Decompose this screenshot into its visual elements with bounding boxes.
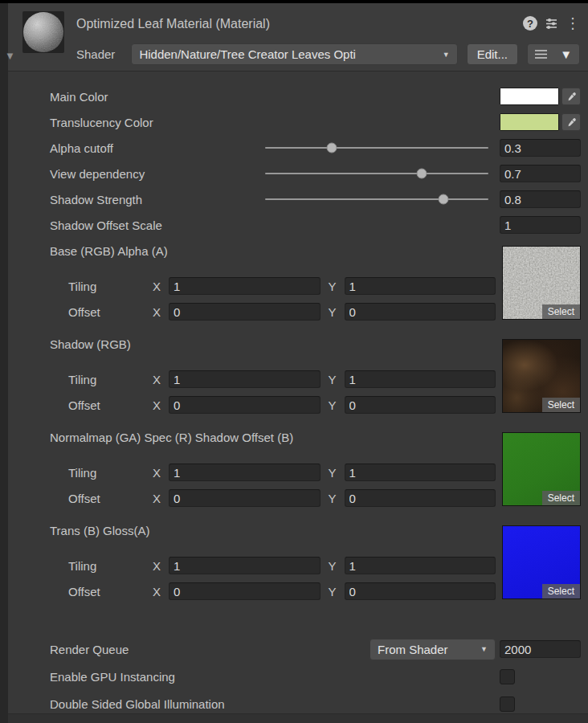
property-row-main-color: Main Color bbox=[50, 84, 581, 109]
property-row-gpu-instancing: Enable GPU Instancing bbox=[50, 664, 581, 689]
y-label: Y bbox=[329, 373, 345, 386]
edit-shader-button[interactable]: Edit... bbox=[467, 43, 518, 65]
offset-y-field[interactable] bbox=[345, 303, 496, 321]
y-label: Y bbox=[329, 559, 345, 573]
y-label: Y bbox=[329, 280, 345, 293]
offset-x-field[interactable] bbox=[169, 303, 321, 321]
offset-row: Offset X Y bbox=[50, 485, 496, 511]
inspector-header: Optimized Leaf Material (Material) ? ⋮ S… bbox=[8, 3, 588, 71]
slider-handle[interactable] bbox=[439, 194, 449, 205]
x-label: X bbox=[153, 559, 169, 573]
offset-x-field[interactable] bbox=[169, 396, 321, 414]
alpha-cutoff-field[interactable] bbox=[500, 139, 581, 157]
tiling-x-field[interactable] bbox=[169, 557, 321, 574]
tiling-row: Tiling X Y bbox=[50, 273, 496, 299]
material-preview-thumbnail[interactable] bbox=[22, 11, 64, 53]
foldout-arrow-icon[interactable]: ▼ bbox=[5, 50, 15, 62]
property-row-render-queue: Render Queue From Shader ▼ bbox=[50, 636, 581, 662]
select-texture-button[interactable]: Select bbox=[542, 304, 580, 319]
chevron-down-icon: ▼ bbox=[560, 47, 572, 61]
base-texture-thumbnail[interactable]: Select bbox=[502, 246, 581, 320]
offset-label: Offset bbox=[68, 492, 153, 505]
texture-section-shadow: Shadow (RGB) Tiling X Y Offset X Y Selec… bbox=[50, 331, 581, 418]
texture-section-trans: Trans (B) Gloss(A) Tiling X Y Offset X Y… bbox=[50, 517, 581, 604]
view-dependency-field[interactable] bbox=[500, 165, 581, 182]
gpu-instancing-label: Enable GPU Instancing bbox=[50, 670, 500, 684]
render-queue-dropdown[interactable]: From Shader ▼ bbox=[370, 639, 496, 660]
offset-y-field[interactable] bbox=[345, 489, 496, 507]
eyedropper-button[interactable] bbox=[561, 88, 581, 105]
offset-row: Offset X Y bbox=[50, 392, 496, 418]
shader-options-dropdown[interactable]: ▼ bbox=[527, 43, 580, 65]
y-label: Y bbox=[329, 305, 345, 319]
double-sided-gi-checkbox[interactable] bbox=[500, 696, 515, 712]
select-texture-button[interactable]: Select bbox=[542, 584, 580, 598]
trans-texture-thumbnail[interactable]: Select bbox=[502, 525, 581, 599]
gpu-instancing-checkbox[interactable] bbox=[500, 669, 515, 684]
shadow-strength-slider[interactable] bbox=[265, 186, 488, 212]
view-dependency-label: View dependency bbox=[50, 167, 265, 181]
tiling-label: Tiling bbox=[68, 466, 153, 480]
render-queue-label: Render Queue bbox=[50, 643, 370, 656]
main-color-swatch[interactable] bbox=[500, 88, 559, 105]
eyedropper-button[interactable] bbox=[561, 113, 581, 131]
offset-label: Offset bbox=[68, 305, 153, 319]
y-label: Y bbox=[329, 466, 345, 480]
texture-section-normalmap: Normalmap (GA) Spec (R) Shadow Offset (B… bbox=[50, 424, 581, 511]
property-row-view-dependency: View dependency bbox=[50, 161, 581, 186]
offset-x-field[interactable] bbox=[169, 489, 321, 507]
translucency-color-swatch[interactable] bbox=[500, 113, 559, 131]
view-dependency-slider[interactable] bbox=[265, 161, 488, 186]
x-label: X bbox=[153, 305, 169, 319]
x-label: X bbox=[153, 492, 169, 505]
tiling-x-field[interactable] bbox=[169, 464, 321, 481]
chevron-down-icon: ▼ bbox=[436, 51, 450, 59]
slider-handle[interactable] bbox=[327, 143, 337, 153]
help-icon[interactable]: ? bbox=[523, 16, 537, 31]
shadow-texture-thumbnail[interactable]: Select bbox=[502, 339, 581, 413]
window-edge-strip bbox=[0, 3, 8, 723]
tiling-y-field[interactable] bbox=[345, 277, 496, 295]
render-queue-field[interactable] bbox=[500, 640, 581, 658]
tiling-label: Tiling bbox=[68, 280, 153, 293]
tiling-y-field[interactable] bbox=[345, 464, 496, 481]
tiling-x-field[interactable] bbox=[169, 277, 321, 295]
offset-y-field[interactable] bbox=[345, 396, 496, 414]
shadow-strength-field[interactable] bbox=[500, 190, 581, 208]
x-label: X bbox=[153, 585, 169, 598]
offset-y-field[interactable] bbox=[345, 582, 496, 600]
eyedropper-icon bbox=[566, 92, 577, 102]
normalmap-texture-thumbnail[interactable]: Select bbox=[502, 432, 581, 506]
offset-x-field[interactable] bbox=[169, 582, 321, 600]
tiling-label: Tiling bbox=[68, 559, 153, 573]
shadow-offset-scale-label: Shadow Offset Scale bbox=[50, 219, 500, 232]
texture-label: Trans (B) Gloss(A) bbox=[50, 524, 149, 537]
tiling-x-field[interactable] bbox=[169, 370, 321, 388]
render-queue-dropdown-value: From Shader bbox=[378, 643, 448, 656]
slider-handle[interactable] bbox=[416, 169, 427, 179]
alpha-cutoff-slider[interactable] bbox=[265, 135, 488, 161]
shadow-strength-label: Shadow Strength bbox=[50, 193, 265, 206]
property-row-shadow-strength: Shadow Strength bbox=[50, 186, 581, 212]
texture-section-base: Base (RGB) Alpha (A) Tiling X Y Offset X… bbox=[50, 238, 581, 325]
shadow-offset-scale-field[interactable] bbox=[500, 216, 581, 234]
x-label: X bbox=[153, 373, 169, 386]
shader-dropdown-value: Hidden/Nature/Tree Creator Leaves Opti bbox=[139, 47, 356, 61]
offset-row: Offset X Y bbox=[50, 299, 496, 325]
tiling-y-field[interactable] bbox=[345, 557, 496, 574]
x-label: X bbox=[153, 398, 169, 412]
shader-dropdown[interactable]: Hidden/Nature/Tree Creator Leaves Opti ▼ bbox=[131, 43, 457, 65]
property-row-shadow-offset-scale: Shadow Offset Scale bbox=[50, 212, 581, 238]
eyedropper-icon bbox=[566, 117, 577, 128]
slider-track bbox=[265, 147, 488, 149]
select-texture-button[interactable]: Select bbox=[542, 398, 580, 412]
y-label: Y bbox=[329, 492, 345, 505]
presets-icon[interactable] bbox=[545, 17, 558, 31]
select-texture-button[interactable]: Select bbox=[542, 491, 580, 505]
slider-track bbox=[265, 198, 488, 200]
inspector-content: Main Color Translucency Color bbox=[50, 72, 581, 712]
tiling-y-field[interactable] bbox=[345, 370, 496, 388]
more-menu-icon[interactable]: ⋮ bbox=[566, 16, 580, 31]
texture-label: Base (RGB) Alpha (A) bbox=[50, 244, 168, 258]
shader-label: Shader bbox=[76, 47, 115, 61]
